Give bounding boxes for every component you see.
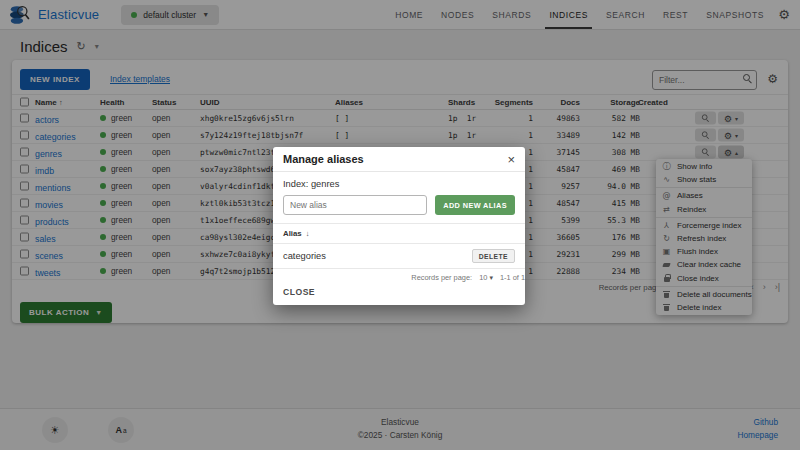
modal-header: Manage aliases × (273, 147, 525, 172)
modal-index-label: Index: genres (283, 179, 515, 189)
per-page-select[interactable]: 10 ▾ (479, 273, 493, 282)
alias-name: categories (283, 251, 326, 261)
new-alias-row: ADD NEW ALIAS (283, 195, 515, 215)
close-icon[interactable]: × (507, 153, 515, 166)
sort-desc-icon: ↓ (306, 229, 310, 238)
delete-alias-button[interactable]: DELETE (472, 249, 515, 263)
pagination-range: 1-1 of 1 (500, 273, 525, 282)
add-new-alias-button[interactable]: ADD NEW ALIAS (435, 195, 515, 215)
modal-body: Index: genres ADD NEW ALIAS Alias ↓ cate… (273, 172, 525, 282)
records-per-page-label: Records per page: (411, 273, 472, 282)
close-modal-button[interactable]: CLOSE (283, 287, 315, 297)
modal-pagination: Records per page: 10 ▾ 1-1 of 1 (273, 268, 525, 282)
elasticvue-app: Elasticvue default cluster ▼ HOMENODESSH… (0, 0, 800, 450)
modal-title: Manage aliases (283, 153, 364, 165)
alias-column-header[interactable]: Alias ↓ (273, 223, 525, 243)
chevron-down-icon: ▾ (489, 274, 493, 281)
new-alias-input[interactable] (283, 195, 427, 215)
alias-row: categories DELETE (283, 249, 515, 263)
manage-aliases-modal: Manage aliases × Index: genres ADD NEW A… (273, 147, 525, 305)
alias-list: categories DELETE (273, 243, 525, 268)
